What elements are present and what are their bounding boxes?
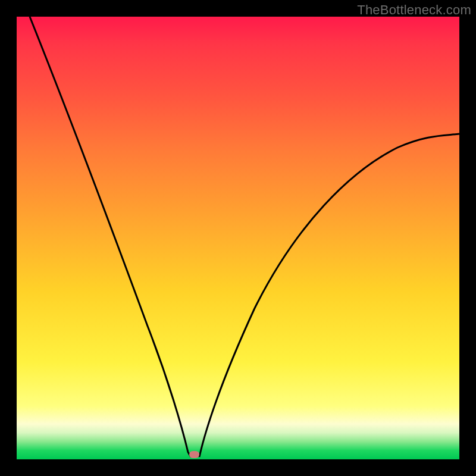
curve-left-branch (30, 17, 191, 457)
bottleneck-curve (17, 17, 459, 459)
curve-right-branch (199, 134, 459, 457)
plot-area (17, 17, 459, 459)
watermark-text: TheBottleneck.com (357, 2, 471, 18)
optimal-point-marker (189, 451, 199, 458)
chart-frame: TheBottleneck.com (0, 0, 476, 476)
